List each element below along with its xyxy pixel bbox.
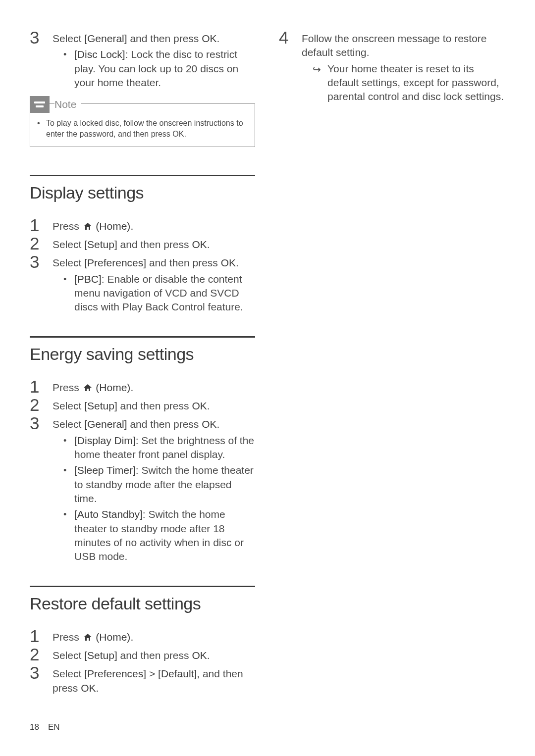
note-item: • To play a locked disc, follow the onsc…: [37, 118, 248, 139]
option-display-dim: [Display Dim]: [74, 435, 136, 446]
result-text: Your home theater is reset to its defaul…: [327, 62, 505, 104]
text: Press: [53, 220, 82, 232]
ok-button-label: OK: [192, 650, 207, 661]
bullet-icon: •: [63, 272, 74, 285]
ok-button-label: OK: [192, 239, 207, 250]
step-number: 1: [30, 378, 53, 395]
text: Select: [53, 418, 84, 430]
energy-step-2: 2 Select [Setup] and then press OK.: [30, 396, 255, 413]
text: .: [130, 631, 133, 643]
restore-step-3: 3 Select [Preferences] > [Default], and …: [30, 664, 255, 695]
section-title-display: Display settings: [30, 183, 255, 202]
option-auto-standby: [Auto Standby]: [74, 508, 143, 520]
display-step-2: 2 Select [Setup] and then press OK.: [30, 235, 255, 252]
sub-list: • [Display Dim]: Set the brightness of t…: [53, 434, 255, 564]
bullet-icon: •: [63, 434, 74, 447]
step-body: Press (Home).: [53, 378, 255, 396]
step-3-top: 3 Select [General] and then press OK. • …: [30, 29, 255, 92]
menu-default: [Default]: [158, 668, 197, 679]
text: and then press: [117, 239, 192, 250]
page-content: 3 Select [General] and then press OK. • …: [0, 0, 535, 716]
text: .: [184, 130, 186, 138]
section-divider: [30, 586, 255, 587]
text: and then press: [117, 650, 192, 661]
section-divider: [30, 175, 255, 176]
menu-preferences: [Preferences]: [84, 257, 146, 268]
arrow-right-icon: ↪: [313, 62, 327, 76]
text: Press: [53, 382, 82, 393]
energy-step-1: 1 Press (Home).: [30, 378, 255, 396]
text: Select: [53, 668, 84, 679]
text: .: [236, 257, 239, 268]
result-item: ↪ Your home theater is reset to its defa…: [313, 62, 505, 104]
text: .: [217, 418, 220, 430]
bullet-icon: •: [63, 507, 74, 520]
step-body: Select [Setup] and then press OK.: [53, 646, 255, 662]
list-item: • [Sleep Timer]: Switch the home theater…: [63, 463, 255, 505]
text: Select: [53, 400, 84, 411]
display-step-3: 3 Select [Preferences] and then press OK…: [30, 253, 255, 316]
sub-list: • [Disc Lock]: Lock the disc to restrict…: [53, 48, 255, 90]
note-body: • To play a locked disc, follow the onsc…: [30, 116, 255, 146]
note-text: To play a locked disc, follow the onscre…: [46, 118, 248, 139]
energy-step-3: 3 Select [General] and then press OK. • …: [30, 414, 255, 565]
menu-preferences: [Preferences]: [84, 668, 146, 679]
bullet-icon: •: [63, 48, 74, 60]
option-pbc: [PBC]: [74, 273, 102, 285]
step-number: 2: [30, 396, 53, 413]
text: .: [130, 220, 133, 232]
menu-setup: [Setup]: [84, 239, 117, 250]
step-body: Press (Home).: [53, 627, 255, 645]
step-body: Select [General] and then press OK. • [D…: [53, 414, 255, 565]
step-number: 3: [30, 664, 53, 681]
step-number: 3: [30, 414, 53, 432]
restore-step-4: 4 Follow the onscreen message to restore…: [279, 29, 505, 104]
step-body: Select [Preferences] > [Default], and th…: [53, 664, 255, 695]
list-item: • [PBC]: Enable or disable the content m…: [63, 272, 255, 314]
ok-button-label: OK: [192, 400, 207, 411]
step-body: Select [Preferences] and then press OK. …: [53, 253, 255, 316]
ok-button-label: OK: [202, 418, 216, 430]
step-number: 2: [30, 235, 53, 252]
ok-button-label: OK: [81, 682, 96, 694]
text: Press: [53, 631, 82, 643]
option-disc-lock: [Disc Lock]: [74, 49, 125, 60]
section-title-energy: Energy saving settings: [30, 345, 255, 364]
text: .: [207, 650, 210, 661]
text: .: [96, 682, 99, 694]
page-number: 18: [30, 722, 39, 732]
text: .: [217, 33, 220, 44]
ok-button-label: OK: [172, 130, 184, 138]
text: Select: [53, 33, 84, 44]
text: .: [207, 239, 210, 250]
option-sleep-timer: [Sleep Timer]: [74, 464, 136, 476]
sub-text: [Auto Standby]: Switch the home theater …: [74, 507, 255, 563]
list-item: • [Auto Standby]: Switch the home theate…: [63, 507, 255, 563]
menu-setup: [Setup]: [84, 400, 117, 411]
step-body: Select [Setup] and then press OK.: [53, 235, 255, 252]
menu-setup: [Setup]: [84, 650, 117, 661]
step-number: 3: [30, 29, 53, 46]
note-icon: [30, 96, 50, 113]
text: and then press: [146, 257, 221, 268]
home-icon: [83, 631, 92, 645]
note-header: Note: [30, 96, 255, 116]
text: To play a locked disc, follow the onscre…: [46, 119, 243, 138]
page-footer: 18EN: [30, 722, 60, 732]
step-number: 2: [30, 646, 53, 663]
text: .: [207, 400, 210, 411]
step-number: 1: [30, 216, 53, 234]
sub-text: [Display Dim]: Set the brightness of the…: [74, 434, 255, 462]
home-label: (Home): [96, 220, 130, 232]
text: Select: [53, 257, 84, 268]
sub-text: [Disc Lock]: Lock the disc to restrict p…: [74, 48, 255, 90]
text: Select: [53, 650, 84, 661]
language-code: EN: [48, 722, 60, 732]
bullet-icon: •: [37, 118, 46, 129]
right-column: 4 Follow the onscreen message to restore…: [279, 29, 505, 696]
step-body: Select [General] and then press OK. • [D…: [53, 29, 255, 92]
text: >: [146, 668, 158, 679]
step-number: 4: [279, 29, 302, 46]
text: .: [130, 382, 133, 393]
text: Select: [53, 239, 84, 250]
